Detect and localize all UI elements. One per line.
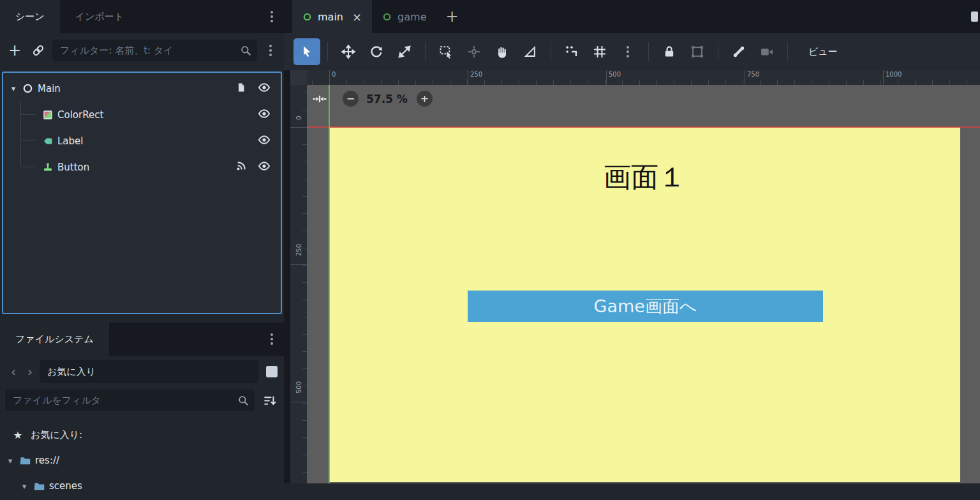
move-tool-button[interactable] <box>335 38 362 65</box>
toolbar-separator <box>425 42 426 61</box>
tab-filesystem[interactable]: ファイルシステム <box>0 322 109 356</box>
toolbar-separator <box>551 42 551 61</box>
node-label: Label <box>57 135 83 147</box>
pan-hand-icon <box>495 45 509 59</box>
scale-tool-button[interactable] <box>391 38 418 65</box>
label-icon <box>43 136 53 146</box>
chevron-down-icon[interactable]: ▾ <box>19 481 29 491</box>
canvas-label-text[interactable]: 画面１ <box>329 159 960 196</box>
filesystem-filter-row <box>0 386 284 414</box>
snap-options-button[interactable] <box>614 38 641 65</box>
zoom-in-button[interactable]: + <box>417 91 433 107</box>
scene-tree-options-button[interactable] <box>262 40 279 61</box>
filesystem-nav: ‹ › お気に入り <box>0 357 284 386</box>
filesystem-tabbar: ファイルシステム <box>0 322 284 356</box>
ruler-label: 500 <box>606 71 621 78</box>
ruler-label: 0 <box>329 71 336 78</box>
scene-canvas[interactable]: 画面１ Game画面へ <box>329 127 960 482</box>
ruler-label: 750 <box>745 71 759 78</box>
nav-forward-button[interactable]: › <box>23 364 37 379</box>
add-node-button[interactable]: + <box>5 41 24 60</box>
visibility-eye-icon[interactable] <box>258 133 271 148</box>
x-axis-line <box>307 126 980 128</box>
close-icon[interactable]: × <box>352 10 362 24</box>
pan-tool-button[interactable] <box>489 38 516 65</box>
colorrect-icon <box>43 110 53 120</box>
lock-button[interactable] <box>656 38 683 65</box>
folder-label: res:// <box>35 455 59 466</box>
zoom-value[interactable]: 57.5 % <box>366 93 408 105</box>
filesystem-tree: ★ お気に入り: ▾ res:// ▾ scenes <box>0 414 284 499</box>
box-select-icon <box>439 45 453 59</box>
grid-snap-icon <box>593 45 607 59</box>
chevron-down-icon[interactable]: ▾ <box>8 84 19 93</box>
filesystem-filter-box <box>5 390 255 411</box>
search-icon <box>237 395 249 406</box>
center-view-icon <box>312 91 327 107</box>
tab-import[interactable]: インポート <box>60 0 139 33</box>
view-menu-button[interactable]: ビュー <box>798 40 848 63</box>
grid-snap-button[interactable] <box>586 38 613 65</box>
node-label: Button <box>57 162 89 173</box>
camera-override-button[interactable] <box>754 38 780 65</box>
smart-snap-button[interactable] <box>558 38 585 65</box>
rotate-tool-button[interactable] <box>363 38 390 65</box>
horizontal-ruler: 0 250 500 750 1000 <box>307 70 980 85</box>
move-icon <box>341 45 355 59</box>
link-icon <box>32 44 45 57</box>
scene-dock-menu-button[interactable] <box>264 6 280 27</box>
tree-row-label[interactable]: Label <box>3 128 281 154</box>
toggle-split-mode-button[interactable] <box>266 366 278 377</box>
scene-filter-input[interactable] <box>52 45 257 56</box>
visibility-eye-icon[interactable] <box>258 81 271 96</box>
center-view-button[interactable] <box>312 91 327 107</box>
signal-icon[interactable] <box>235 160 247 174</box>
favorites-label: お気に入り: <box>31 429 82 441</box>
skeleton-button[interactable] <box>725 38 752 65</box>
canvas-toolbar: ビュー <box>284 33 980 70</box>
2d-viewport[interactable]: 画面１ Game画面へ − 57.5 % + <box>307 85 980 483</box>
tree-row-button[interactable]: Button <box>3 154 281 180</box>
godot-editor: シーン インポート + ▾ Ma <box>0 0 980 500</box>
sort-files-button[interactable] <box>260 394 279 407</box>
select-arrow-icon <box>300 45 314 59</box>
tree-row-main[interactable]: ▾ Main <box>3 75 281 102</box>
zoom-out-button[interactable]: − <box>343 91 359 107</box>
canvas-game-button[interactable]: Game画面へ <box>468 291 823 322</box>
scene-dock-tabbar: シーン インポート <box>0 0 284 33</box>
select-tool-button[interactable] <box>293 38 320 65</box>
scene-tab-label: game <box>397 11 426 23</box>
nav-back-button[interactable]: ‹ <box>6 364 20 379</box>
group-button[interactable] <box>684 38 711 65</box>
filesystem-dock: ファイルシステム ‹ › お気に入り ★ お気に入り: ▾ <box>0 322 284 500</box>
new-scene-button[interactable]: + <box>445 8 458 26</box>
box-select-button[interactable] <box>433 38 459 65</box>
vertical-ruler: 0 250 500 <box>290 85 307 483</box>
tree-row-colorrect[interactable]: ColorRect <box>3 102 281 128</box>
bottom-panel-strip <box>284 483 980 500</box>
scene-tab-game[interactable]: game <box>372 0 436 33</box>
filesystem-filter-input[interactable] <box>5 395 255 406</box>
camera-icon <box>760 45 774 59</box>
visibility-eye-icon[interactable] <box>258 160 271 174</box>
filesystem-menu-button[interactable] <box>264 329 280 349</box>
scene-file-icon[interactable] <box>236 82 246 95</box>
smart-snap-icon <box>565 45 579 59</box>
chevron-down-icon[interactable]: ▾ <box>5 456 15 466</box>
instance-scene-button[interactable] <box>29 44 47 57</box>
node-label: ColorRect <box>57 109 103 121</box>
ruler-tick <box>290 264 307 265</box>
node-icon <box>22 83 33 94</box>
tab-scene[interactable]: シーン <box>0 0 60 33</box>
favorites-row[interactable]: ★ お気に入り: <box>0 422 284 448</box>
scene-tab-main[interactable]: main × <box>292 0 372 33</box>
ruler-tool-button[interactable] <box>517 38 544 65</box>
y-axis-line <box>329 85 330 483</box>
scenes-folder-row[interactable]: ▾ scenes <box>0 473 284 499</box>
clipped-panel-icon[interactable] <box>971 11 978 22</box>
pivot-tool-button[interactable] <box>461 38 487 65</box>
res-root-row[interactable]: ▾ res:// <box>0 448 284 473</box>
zoom-widget: − 57.5 % + <box>312 91 433 107</box>
breadcrumb[interactable]: お気に入り <box>40 360 258 383</box>
visibility-eye-icon[interactable] <box>258 107 271 122</box>
